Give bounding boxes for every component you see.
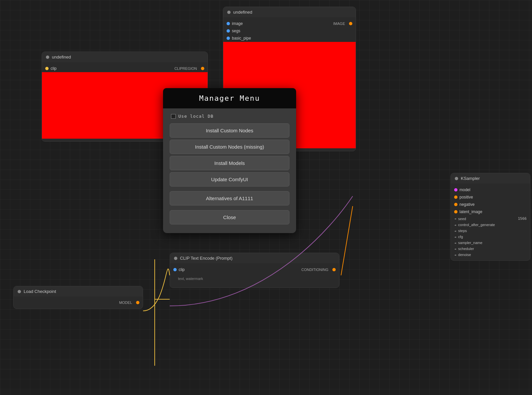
node-title-ksampler: KSampler [461, 176, 480, 181]
port-label-image-out: IMAGE [333, 22, 345, 26]
node-status-dot-clip [174, 257, 177, 260]
port-label-segs: segs [232, 29, 240, 33]
ksampler-label-control: control_after_generate [458, 223, 495, 227]
arrow-denoise: ◄ [454, 253, 456, 257]
node-load-checkpoint: Load Checkpoint MODEL [13, 286, 143, 309]
node-title-clip: CLIP Text Encode (Prompt) [180, 256, 233, 261]
port-row-model-out: MODEL [14, 299, 143, 306]
port-label-conditioning-out: CONDITIONING [301, 268, 328, 272]
node-header-ksampler: KSampler [451, 173, 530, 184]
port-label-model: model [459, 188, 470, 192]
node-status-dot-checkpoint [18, 290, 21, 293]
node-status-dot-right [227, 11, 231, 14]
ksampler-value-seed: 1566 [518, 216, 527, 221]
port-row-latent: latent_image [451, 208, 530, 215]
port-label-positive: positive [459, 195, 473, 199]
arrow-scheduler: ◄ [454, 247, 456, 251]
port-label-negative: negative [459, 202, 474, 207]
port-row-positive: positive [451, 194, 530, 201]
node-ksampler: KSampler model positive negative latent_… [450, 173, 530, 261]
port-row-negative: negative [451, 201, 530, 208]
button-install-custom-nodes-missing[interactable]: Install Custom Nodes (missing) [170, 140, 289, 154]
arrow-cfg: ◄ [454, 235, 456, 239]
port-dot-image-out [349, 22, 352, 25]
button-update-comfyui[interactable]: Update ComfyUI [170, 172, 289, 187]
node-title-undefined-left: undefined [52, 55, 71, 60]
port-dot-conditioning-out [332, 268, 336, 271]
port-label-image: image [232, 21, 243, 26]
node-title-undefined-right: undefined [233, 10, 252, 15]
node-status-dot-ksampler [455, 177, 458, 180]
node-clip-text-encode: CLIP Text Encode (Prompt) clip CONDITION… [170, 253, 339, 288]
port-dot-model-out [136, 301, 139, 304]
ksampler-label-steps: steps [458, 229, 467, 233]
port-dot-positive [454, 196, 457, 199]
param-scheduler: ◄ scheduler [451, 246, 530, 252]
port-label-basic-pipe: basic_pipe [232, 36, 251, 41]
param-sampler: ◄ sampler_name [451, 240, 530, 246]
port-label-latent: latent_image [459, 209, 482, 214]
arrow-seed: ◄ [454, 217, 456, 220]
button-alternatives-a1111[interactable]: Alternatives of A1111 [170, 191, 289, 205]
node-header-undefined-left: undefined [42, 52, 208, 62]
port-label-clip: clip [51, 66, 57, 71]
clip-text-content: text, watermark [174, 275, 207, 282]
ksampler-label-denoise: denoise [458, 253, 471, 257]
node-body-ksampler: model positive negative latent_image ◄ s… [451, 184, 530, 260]
port-dot-clipregion [201, 67, 204, 70]
ksampler-label-cfg: cfg [458, 235, 463, 239]
port-label-model-out: MODEL [119, 301, 132, 305]
button-install-custom-nodes[interactable]: Install Custom Nodes [170, 123, 289, 138]
modal-title: Manager Menu [199, 94, 260, 102]
port-label-clip-in: clip [179, 267, 185, 272]
port-row-image: image IMAGE [223, 20, 356, 27]
port-dot-segs [227, 29, 230, 33]
ksampler-label-seed: seed [458, 217, 466, 221]
checkbox-local-db[interactable] [171, 114, 176, 119]
modal-title-bar: Manager Menu [163, 88, 296, 108]
port-dot-image [227, 22, 230, 25]
port-dot-basic-pipe [227, 37, 230, 40]
ksampler-label-scheduler: scheduler [458, 247, 474, 251]
port-row-clip-in: clip CONDITIONING [170, 266, 339, 273]
checkbox-row-local-db[interactable]: Use local DB [170, 114, 289, 119]
node-header-undefined-right: undefined [223, 7, 356, 17]
param-seed: ◄ seed 1566 [451, 215, 530, 222]
node-header-clip: CLIP Text Encode (Prompt) [170, 253, 339, 263]
param-control: ◄ control_after_generate [451, 222, 530, 228]
arrow-control: ◄ [454, 223, 456, 227]
port-dot-latent [454, 210, 457, 213]
port-row-model: model [451, 186, 530, 194]
port-dot-clip [45, 67, 49, 70]
param-cfg: ◄ cfg [451, 234, 530, 240]
ksampler-label-sampler: sampler_name [458, 241, 482, 245]
arrow-sampler: ◄ [454, 241, 456, 245]
node-status-dot [46, 56, 49, 59]
port-row-basic-pipe: basic_pipe [223, 35, 356, 42]
checkbox-label-local-db: Use local DB [178, 114, 214, 119]
modal-body: Use local DB Install Custom Nodes Instal… [163, 114, 296, 226]
port-label-clipregion: CLIPREGION [174, 66, 197, 70]
port-row-segs: segs [223, 27, 356, 35]
manager-menu-modal: Manager Menu Use local DB Install Custom… [163, 88, 296, 233]
port-row-clip: clip CLIPREGION [42, 65, 208, 72]
port-dot-clip-in [173, 268, 177, 271]
param-denoise: ◄ denoise [451, 252, 530, 258]
node-body-clip: clip CONDITIONING text, watermark [170, 263, 339, 288]
param-steps: ◄ steps [451, 228, 530, 234]
port-dot-negative [454, 203, 457, 206]
port-dot-model [454, 188, 457, 192]
button-install-models[interactable]: Install Models [170, 156, 289, 170]
arrow-steps: ◄ [454, 229, 456, 233]
node-body-checkpoint: MODEL [14, 297, 143, 309]
node-header-load-checkpoint: Load Checkpoint [14, 286, 143, 297]
node-title-checkpoint: Load Checkpoint [24, 289, 56, 294]
button-close[interactable]: Close [170, 210, 289, 224]
